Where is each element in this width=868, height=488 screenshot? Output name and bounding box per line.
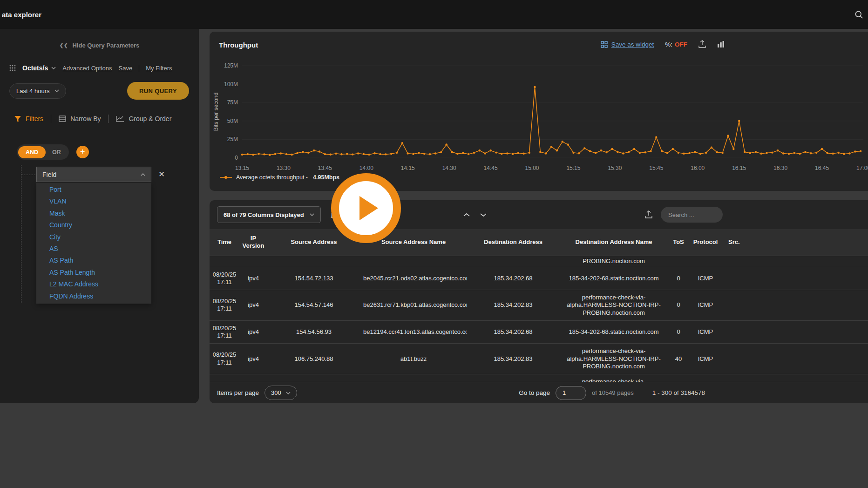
cell-destination_address — [467, 374, 560, 382]
logic-row: AND OR + — [17, 144, 89, 160]
range-label: 1 - 300 of 3164578 — [652, 389, 705, 396]
cell-tos: 0 — [668, 320, 689, 344]
field-dropdown: PortVLANMaskCountryCityASAS PathAS Path … — [36, 183, 151, 304]
hide-query-parameters-button[interactable]: ❮❮ Hide Query Parameters — [0, 42, 199, 49]
cell-destination_address_name: 185-34-202-68.static.noction.com — [560, 320, 668, 344]
and-option[interactable]: AND — [18, 146, 46, 158]
rows-icon — [59, 115, 66, 122]
field-option[interactable]: FQDN Address — [36, 291, 151, 302]
column-header[interactable]: IP Version — [239, 229, 267, 256]
percent-toggle[interactable]: %: OFF — [665, 41, 687, 48]
items-per-page-select[interactable]: 300 — [264, 386, 297, 400]
export-icon[interactable] — [645, 210, 652, 219]
cell-ip_version: ipv4 — [239, 344, 267, 374]
cell-src — [722, 290, 868, 321]
column-header[interactable]: Protocol — [689, 229, 722, 256]
and-or-toggle[interactable]: AND OR — [17, 144, 69, 160]
save-as-widget-link[interactable]: Save as widget — [601, 41, 654, 48]
connector-line-horizontal — [21, 175, 35, 175]
column-header[interactable]: Destination Address Name — [560, 229, 668, 256]
cell-source_address_name: be2631.rcr71.kbp01.atlas.cogentco.com — [360, 290, 467, 321]
svg-text:100M: 100M — [224, 81, 238, 88]
table-row[interactable]: 08/20/25 17:11ipv4154.54.56.93be12194.cc… — [210, 320, 868, 344]
flow-table-wrap: TimeIP VersionSource AddressSource Addre… — [210, 229, 868, 382]
field-option[interactable]: AS — [36, 243, 151, 255]
svg-text:75M: 75M — [227, 99, 238, 106]
cell-destination_address — [467, 256, 560, 267]
chevron-down-icon[interactable] — [480, 213, 487, 217]
column-header[interactable]: Destination Address — [467, 229, 560, 256]
advanced-options-link[interactable]: Advanced Options — [62, 65, 112, 72]
table-row[interactable]: 08/20/25 17:11ipv4154.54.72.133be2045.rc… — [210, 267, 868, 290]
search-icon[interactable] — [854, 10, 863, 19]
search-input[interactable] — [661, 207, 723, 223]
collapse-left-icon: ❮❮ — [60, 43, 68, 48]
legend-label: Average octets throughput - — [236, 174, 308, 181]
svg-text:15:45: 15:45 — [649, 165, 663, 171]
close-icon[interactable]: ✕ — [158, 170, 165, 178]
cell-source_address_name — [360, 374, 467, 382]
add-condition-button[interactable]: + — [76, 146, 89, 158]
svg-text:16:30: 16:30 — [773, 165, 787, 171]
tab-narrow-by[interactable]: Narrow By — [59, 115, 101, 122]
chevron-up-icon[interactable] — [463, 213, 470, 217]
cell-destination_address: 185.34.202.68 — [467, 267, 560, 290]
funnel-icon — [14, 115, 21, 122]
tab-narrow-by-label: Narrow By — [70, 115, 101, 122]
field-option[interactable]: City — [36, 231, 151, 243]
page-number-input[interactable] — [556, 386, 586, 400]
field-option[interactable]: AS Path — [36, 255, 151, 266]
my-filters-link[interactable]: My Filters — [146, 65, 172, 72]
cell-tos — [668, 374, 689, 382]
time-range-select[interactable]: Last 4 hours — [9, 83, 66, 99]
column-header[interactable]: Src. — [722, 229, 868, 256]
field-option[interactable]: AS Path Length — [36, 267, 151, 278]
column-header[interactable]: ToS — [668, 229, 689, 256]
cell-ip_version: ipv4 — [239, 267, 267, 290]
metric-select[interactable]: Octets/s — [22, 64, 56, 72]
or-option[interactable]: OR — [46, 146, 68, 158]
columns-displayed-select[interactable]: 68 of 79 Columns Displayed — [217, 206, 321, 223]
cell-tos: 0 — [668, 290, 689, 321]
cell-src — [722, 320, 868, 344]
field-option[interactable]: VLAN — [36, 196, 151, 207]
grid-icon — [9, 65, 16, 71]
table-row[interactable]: PROBING.noction.com — [210, 256, 868, 267]
table-row[interactable]: 08/20/25 17:11ipv4154.54.57.146be2631.rc… — [210, 290, 868, 321]
metric-label: Octets/s — [22, 64, 48, 72]
field-option[interactable]: Country — [36, 219, 151, 231]
play-icon — [359, 196, 378, 220]
field-option[interactable]: Port — [36, 184, 151, 196]
cell-source_address — [267, 256, 360, 267]
percent-label: %: — [665, 41, 672, 48]
cell-source_address: 154.54.57.146 — [267, 290, 360, 321]
cell-destination_address_name: performance-check-via-alpha.HARMLESS-NOC… — [560, 374, 668, 382]
table-row[interactable]: performance-check-via-alpha.HARMLESS-NOC… — [210, 374, 868, 382]
flows-panel: 68 of 79 Columns Displayed Reset to Defa… — [210, 200, 868, 403]
save-link[interactable]: Save — [118, 65, 132, 72]
field-option[interactable]: L2 MAC Address — [36, 278, 151, 290]
play-button[interactable] — [331, 173, 401, 243]
svg-text:13:15: 13:15 — [235, 165, 249, 171]
svg-text:14:45: 14:45 — [484, 165, 498, 171]
cell-protocol: ICMP — [689, 344, 722, 374]
cell-destination_address_name: PROBING.noction.com — [560, 256, 668, 267]
tab-group-order[interactable]: Group & Order — [116, 115, 171, 122]
export-icon[interactable] — [698, 40, 706, 48]
tab-filters[interactable]: Filters — [14, 115, 43, 122]
field-option[interactable]: Mask — [36, 208, 151, 219]
panel-title: Throughput — [219, 41, 258, 49]
chevron-down-icon — [310, 213, 314, 216]
field-select[interactable]: Field — [36, 167, 151, 182]
bar-chart-icon[interactable] — [717, 41, 725, 48]
cell-ip_version: ipv4 — [239, 320, 267, 344]
cell-protocol — [689, 256, 722, 267]
table-row[interactable]: 08/20/25 17:11ipv4106.75.240.88ab1t.buzz… — [210, 344, 868, 374]
column-header[interactable]: Time — [210, 229, 239, 256]
widget-icon — [601, 41, 608, 48]
percent-value: OFF — [675, 41, 687, 48]
divider — [108, 115, 108, 123]
run-query-button[interactable]: RUN QUERY — [127, 82, 189, 100]
chart-canvas: 025M50M75M100M125M13:1513:3013:4514:0014… — [210, 58, 868, 174]
svg-text:13:45: 13:45 — [318, 165, 332, 171]
